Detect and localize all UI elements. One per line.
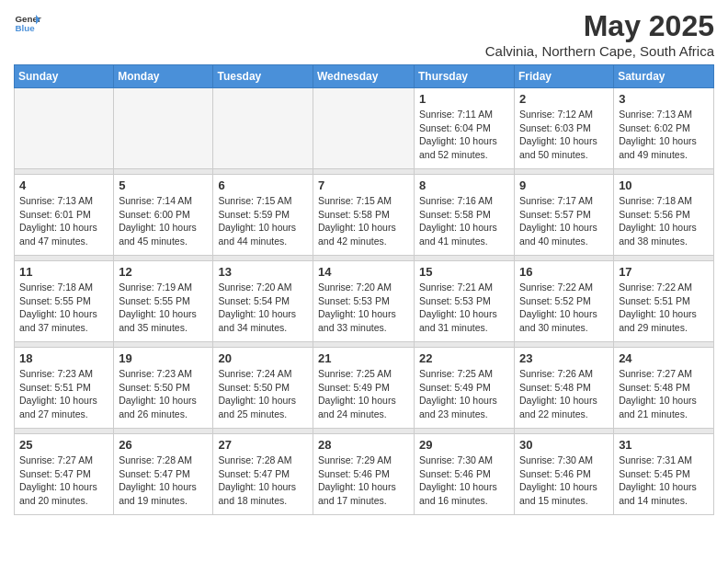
weekday-header: Sunday bbox=[15, 65, 114, 88]
calendar-cell: 31Sunrise: 7:31 AM Sunset: 5:45 PM Dayli… bbox=[614, 434, 714, 515]
calendar-cell: 5Sunrise: 7:14 AM Sunset: 6:00 PM Daylig… bbox=[114, 175, 213, 256]
day-number: 6 bbox=[218, 178, 308, 192]
day-info: Sunrise: 7:15 AM Sunset: 5:58 PM Dayligh… bbox=[318, 194, 409, 248]
day-info: Sunrise: 7:22 AM Sunset: 5:51 PM Dayligh… bbox=[619, 281, 709, 335]
location-title: Calvinia, Northern Cape, South Africa bbox=[485, 43, 714, 59]
day-number: 1 bbox=[419, 92, 509, 106]
day-info: Sunrise: 7:17 AM Sunset: 5:57 PM Dayligh… bbox=[519, 194, 609, 248]
calendar-cell: 22Sunrise: 7:25 AM Sunset: 5:49 PM Dayli… bbox=[415, 348, 515, 429]
day-info: Sunrise: 7:13 AM Sunset: 6:01 PM Dayligh… bbox=[19, 194, 108, 248]
weekday-header-row: SundayMondayTuesdayWednesdayThursdayFrid… bbox=[15, 65, 714, 88]
logo: General Blue bbox=[14, 9, 41, 37]
week-row: 18Sunrise: 7:23 AM Sunset: 5:51 PM Dayli… bbox=[15, 348, 714, 429]
logo-icon: General Blue bbox=[14, 9, 41, 37]
day-info: Sunrise: 7:18 AM Sunset: 5:55 PM Dayligh… bbox=[19, 281, 108, 335]
calendar-cell: 30Sunrise: 7:30 AM Sunset: 5:46 PM Dayli… bbox=[515, 434, 614, 515]
calendar-table: SundayMondayTuesdayWednesdayThursdayFrid… bbox=[14, 64, 714, 515]
day-info: Sunrise: 7:23 AM Sunset: 5:50 PM Dayligh… bbox=[119, 367, 208, 421]
day-info: Sunrise: 7:25 AM Sunset: 5:49 PM Dayligh… bbox=[419, 367, 509, 421]
day-info: Sunrise: 7:27 AM Sunset: 5:48 PM Dayligh… bbox=[619, 367, 709, 421]
calendar-cell: 12Sunrise: 7:19 AM Sunset: 5:55 PM Dayli… bbox=[114, 261, 213, 342]
calendar-cell: 19Sunrise: 7:23 AM Sunset: 5:50 PM Dayli… bbox=[114, 348, 213, 429]
weekday-header: Monday bbox=[114, 65, 213, 88]
calendar-cell: 27Sunrise: 7:28 AM Sunset: 5:47 PM Dayli… bbox=[213, 434, 313, 515]
day-info: Sunrise: 7:24 AM Sunset: 5:50 PM Dayligh… bbox=[218, 367, 308, 421]
weekday-header: Thursday bbox=[415, 65, 515, 88]
day-number: 24 bbox=[619, 351, 709, 365]
day-info: Sunrise: 7:14 AM Sunset: 6:00 PM Dayligh… bbox=[119, 194, 208, 248]
day-number: 13 bbox=[218, 265, 308, 279]
calendar-cell: 4Sunrise: 7:13 AM Sunset: 6:01 PM Daylig… bbox=[15, 175, 114, 256]
week-row: 4Sunrise: 7:13 AM Sunset: 6:01 PM Daylig… bbox=[15, 175, 714, 256]
calendar-cell: 15Sunrise: 7:21 AM Sunset: 5:53 PM Dayli… bbox=[415, 261, 515, 342]
week-row: 25Sunrise: 7:27 AM Sunset: 5:47 PM Dayli… bbox=[15, 434, 714, 515]
calendar-cell: 18Sunrise: 7:23 AM Sunset: 5:51 PM Dayli… bbox=[15, 348, 114, 429]
day-number: 23 bbox=[519, 351, 609, 365]
day-number: 11 bbox=[19, 265, 108, 279]
header: General Blue May 2025 Calvinia, Northern… bbox=[14, 9, 714, 59]
calendar-cell: 26Sunrise: 7:28 AM Sunset: 5:47 PM Dayli… bbox=[114, 434, 213, 515]
day-number: 22 bbox=[419, 351, 509, 365]
calendar-cell: 2Sunrise: 7:12 AM Sunset: 6:03 PM Daylig… bbox=[515, 88, 614, 169]
calendar-cell: 8Sunrise: 7:16 AM Sunset: 5:58 PM Daylig… bbox=[415, 175, 515, 256]
day-info: Sunrise: 7:26 AM Sunset: 5:48 PM Dayligh… bbox=[519, 367, 609, 421]
week-row: 11Sunrise: 7:18 AM Sunset: 5:55 PM Dayli… bbox=[15, 261, 714, 342]
day-number: 14 bbox=[318, 265, 409, 279]
day-number: 7 bbox=[318, 178, 409, 192]
day-number: 21 bbox=[318, 351, 409, 365]
calendar-cell: 25Sunrise: 7:27 AM Sunset: 5:47 PM Dayli… bbox=[15, 434, 114, 515]
calendar-cell: 14Sunrise: 7:20 AM Sunset: 5:53 PM Dayli… bbox=[313, 261, 415, 342]
day-number: 2 bbox=[519, 92, 609, 106]
calendar-cell: 9Sunrise: 7:17 AM Sunset: 5:57 PM Daylig… bbox=[515, 175, 614, 256]
day-number: 18 bbox=[19, 351, 108, 365]
calendar-cell bbox=[313, 88, 415, 169]
day-number: 29 bbox=[419, 438, 509, 452]
day-number: 31 bbox=[619, 438, 709, 452]
day-number: 3 bbox=[619, 92, 709, 106]
calendar-cell: 1Sunrise: 7:11 AM Sunset: 6:04 PM Daylig… bbox=[415, 88, 515, 169]
calendar-cell: 23Sunrise: 7:26 AM Sunset: 5:48 PM Dayli… bbox=[515, 348, 614, 429]
day-number: 9 bbox=[519, 178, 609, 192]
day-info: Sunrise: 7:28 AM Sunset: 5:47 PM Dayligh… bbox=[119, 454, 208, 508]
calendar-cell: 11Sunrise: 7:18 AM Sunset: 5:55 PM Dayli… bbox=[15, 261, 114, 342]
day-number: 10 bbox=[619, 178, 709, 192]
calendar-cell: 28Sunrise: 7:29 AM Sunset: 5:46 PM Dayli… bbox=[313, 434, 415, 515]
day-info: Sunrise: 7:20 AM Sunset: 5:54 PM Dayligh… bbox=[218, 281, 308, 335]
day-number: 28 bbox=[318, 438, 409, 452]
calendar-cell: 21Sunrise: 7:25 AM Sunset: 5:49 PM Dayli… bbox=[313, 348, 415, 429]
day-info: Sunrise: 7:18 AM Sunset: 5:56 PM Dayligh… bbox=[619, 194, 709, 248]
day-number: 27 bbox=[218, 438, 308, 452]
calendar-cell: 17Sunrise: 7:22 AM Sunset: 5:51 PM Dayli… bbox=[614, 261, 714, 342]
calendar-cell: 16Sunrise: 7:22 AM Sunset: 5:52 PM Dayli… bbox=[515, 261, 614, 342]
day-info: Sunrise: 7:20 AM Sunset: 5:53 PM Dayligh… bbox=[318, 281, 409, 335]
calendar-cell: 24Sunrise: 7:27 AM Sunset: 5:48 PM Dayli… bbox=[614, 348, 714, 429]
day-info: Sunrise: 7:12 AM Sunset: 6:03 PM Dayligh… bbox=[519, 108, 609, 162]
weekday-header: Saturday bbox=[614, 65, 714, 88]
day-number: 16 bbox=[519, 265, 609, 279]
calendar-cell: 20Sunrise: 7:24 AM Sunset: 5:50 PM Dayli… bbox=[213, 348, 313, 429]
day-info: Sunrise: 7:13 AM Sunset: 6:02 PM Dayligh… bbox=[619, 108, 709, 162]
weekday-header: Friday bbox=[515, 65, 614, 88]
calendar-cell: 13Sunrise: 7:20 AM Sunset: 5:54 PM Dayli… bbox=[213, 261, 313, 342]
day-info: Sunrise: 7:22 AM Sunset: 5:52 PM Dayligh… bbox=[519, 281, 609, 335]
day-info: Sunrise: 7:27 AM Sunset: 5:47 PM Dayligh… bbox=[19, 454, 108, 508]
day-info: Sunrise: 7:11 AM Sunset: 6:04 PM Dayligh… bbox=[419, 108, 509, 162]
weekday-header: Tuesday bbox=[213, 65, 313, 88]
day-number: 26 bbox=[119, 438, 208, 452]
day-info: Sunrise: 7:23 AM Sunset: 5:51 PM Dayligh… bbox=[19, 367, 108, 421]
calendar-cell bbox=[15, 88, 114, 169]
day-info: Sunrise: 7:15 AM Sunset: 5:59 PM Dayligh… bbox=[218, 194, 308, 248]
month-title: May 2025 bbox=[485, 9, 714, 43]
day-info: Sunrise: 7:30 AM Sunset: 5:46 PM Dayligh… bbox=[419, 454, 509, 508]
day-info: Sunrise: 7:28 AM Sunset: 5:47 PM Dayligh… bbox=[218, 454, 308, 508]
weekday-header: Wednesday bbox=[313, 65, 415, 88]
calendar-cell: 10Sunrise: 7:18 AM Sunset: 5:56 PM Dayli… bbox=[614, 175, 714, 256]
day-number: 17 bbox=[619, 265, 709, 279]
calendar-cell: 7Sunrise: 7:15 AM Sunset: 5:58 PM Daylig… bbox=[313, 175, 415, 256]
calendar-cell bbox=[213, 88, 313, 169]
day-info: Sunrise: 7:31 AM Sunset: 5:45 PM Dayligh… bbox=[619, 454, 709, 508]
calendar-cell bbox=[114, 88, 213, 169]
week-row: 1Sunrise: 7:11 AM Sunset: 6:04 PM Daylig… bbox=[15, 88, 714, 169]
day-number: 15 bbox=[419, 265, 509, 279]
day-number: 4 bbox=[19, 178, 108, 192]
